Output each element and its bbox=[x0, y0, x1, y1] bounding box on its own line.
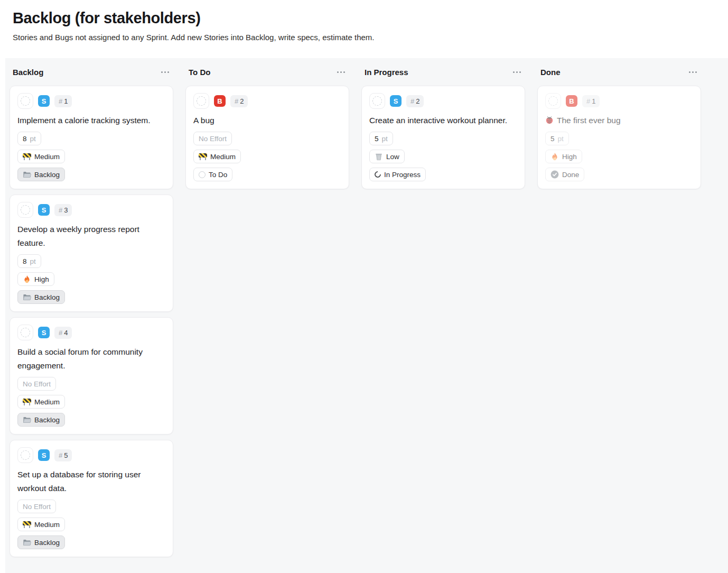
category-chip[interactable]: Backlog bbox=[17, 413, 65, 427]
card-title: Create an interactive workout planner. bbox=[369, 114, 517, 127]
column-menu-button[interactable] bbox=[160, 69, 170, 75]
column-menu-button[interactable] bbox=[512, 69, 522, 75]
status-chip[interactable]: Done bbox=[545, 168, 584, 181]
effort-unit: pt bbox=[30, 257, 36, 265]
dashed-circle-icon bbox=[21, 205, 30, 215]
card-title: Implement a calorie tracking system. bbox=[17, 114, 165, 127]
column-title: In Progress bbox=[365, 68, 408, 77]
card-chips: 8ptHighBacklog bbox=[17, 254, 165, 304]
in-progress-spinner-icon bbox=[374, 170, 382, 179]
card-title-text: Develop a weekly progress report feature… bbox=[17, 223, 165, 250]
effort-chip[interactable]: 8pt bbox=[17, 254, 41, 268]
card-title-text: Set up a database for storing user worko… bbox=[17, 468, 165, 495]
column-menu-button[interactable] bbox=[336, 69, 346, 75]
category-label: Backlog bbox=[34, 171, 60, 179]
kanban-card[interactable]: S#4Build a social forum for community en… bbox=[10, 317, 173, 435]
effort-chip[interactable]: 5pt bbox=[369, 132, 393, 145]
assignee-avatar[interactable] bbox=[17, 325, 33, 340]
kanban-card[interactable]: S#1Implement a calorie tracking system.8… bbox=[10, 86, 173, 189]
kanban-card[interactable]: S#3Develop a weekly progress report feat… bbox=[10, 195, 173, 312]
column-header: Backlog bbox=[10, 58, 173, 86]
folder-icon bbox=[23, 538, 31, 547]
story-badge: S bbox=[38, 95, 50, 107]
card-chips: No EffortMediumBacklog bbox=[17, 500, 165, 549]
board-column-backlog: BacklogS#1Implement a calorie tracking s… bbox=[10, 58, 173, 557]
effort-empty-label: No Effort bbox=[23, 380, 51, 388]
effort-value: 5 bbox=[550, 135, 555, 143]
page-header: Backlog (for stakeholders) Stories and B… bbox=[0, 0, 728, 42]
priority-chip[interactable]: High bbox=[17, 272, 54, 286]
status-chip[interactable]: In Progress bbox=[369, 168, 426, 181]
priority-chip[interactable]: Medium bbox=[17, 517, 65, 531]
card-content: B#2A bugNo EffortMediumTo Do bbox=[193, 93, 341, 181]
hash-sign: # bbox=[59, 206, 62, 214]
card-title-text: Implement a calorie tracking system. bbox=[17, 114, 151, 127]
card-title: A bug bbox=[193, 114, 341, 127]
kanban-card[interactable]: B#1The first ever bug5ptHighDone bbox=[537, 86, 701, 189]
done-check-icon bbox=[550, 170, 559, 179]
kanban-card[interactable]: B#2A bugNo EffortMediumTo Do bbox=[185, 86, 349, 189]
column-header: In Progress bbox=[361, 58, 525, 86]
ellipsis-icon bbox=[689, 71, 697, 73]
category-chip[interactable]: Backlog bbox=[17, 290, 65, 304]
category-label: Backlog bbox=[34, 416, 60, 424]
dashed-circle-icon bbox=[21, 96, 30, 106]
story-badge: S bbox=[38, 449, 50, 461]
assignee-avatar[interactable] bbox=[17, 93, 33, 109]
assignee-avatar[interactable] bbox=[17, 202, 33, 218]
ellipsis-icon bbox=[513, 71, 521, 73]
card-top-row: B#1 bbox=[545, 93, 693, 109]
priority-chip[interactable]: High bbox=[545, 150, 582, 163]
effort-empty-chip[interactable]: No Effort bbox=[17, 500, 56, 513]
bug-badge: B bbox=[566, 95, 577, 107]
assignee-avatar[interactable] bbox=[369, 93, 385, 109]
effort-empty-chip[interactable]: No Effort bbox=[193, 132, 232, 145]
category-chip[interactable]: Backlog bbox=[17, 168, 65, 181]
story-badge: S bbox=[390, 95, 402, 107]
column-menu-button[interactable] bbox=[688, 69, 698, 75]
column-title: Backlog bbox=[13, 68, 43, 77]
card-top-row: S#3 bbox=[17, 202, 165, 218]
kanban-card[interactable]: S#2Create an interactive workout planner… bbox=[361, 86, 525, 189]
construction-icon bbox=[23, 153, 31, 160]
wastebasket-icon bbox=[375, 152, 383, 161]
folder-icon bbox=[23, 415, 31, 424]
priority-label: Medium bbox=[34, 521, 60, 529]
card-content: S#4Build a social forum for community en… bbox=[17, 325, 165, 427]
column-title: Done bbox=[540, 68, 561, 77]
assignee-avatar[interactable] bbox=[17, 447, 33, 463]
card-content: S#3Develop a weekly progress report feat… bbox=[17, 202, 165, 304]
dashed-circle-icon bbox=[21, 328, 30, 337]
ellipsis-icon bbox=[161, 71, 169, 73]
priority-chip[interactable]: Low bbox=[369, 150, 405, 163]
priority-chip[interactable]: Medium bbox=[17, 150, 65, 163]
priority-label: Medium bbox=[210, 153, 236, 161]
effort-chip[interactable]: 5pt bbox=[545, 132, 569, 145]
card-title: Set up a database for storing user worko… bbox=[17, 468, 165, 495]
effort-empty-chip[interactable]: No Effort bbox=[17, 377, 56, 391]
assignee-avatar[interactable] bbox=[545, 93, 561, 109]
effort-empty-label: No Effort bbox=[23, 503, 51, 511]
status-chip[interactable]: To Do bbox=[193, 168, 232, 181]
board-column-done: DoneB#1The first ever bug5ptHighDone bbox=[537, 58, 701, 189]
effort-chip[interactable]: 8pt bbox=[17, 132, 41, 145]
kanban-board: BacklogS#1Implement a calorie tracking s… bbox=[5, 58, 728, 573]
priority-chip[interactable]: Medium bbox=[17, 395, 65, 409]
priority-label: Medium bbox=[34, 153, 60, 161]
kanban-card[interactable]: S#5Set up a database for storing user wo… bbox=[10, 440, 173, 557]
category-chip[interactable]: Backlog bbox=[17, 535, 65, 549]
issue-number-badge: #2 bbox=[230, 95, 248, 107]
priority-label: Low bbox=[386, 153, 399, 161]
ladybug-icon bbox=[545, 116, 554, 124]
effort-value: 8 bbox=[23, 135, 27, 143]
status-label: In Progress bbox=[384, 171, 421, 179]
construction-icon bbox=[23, 398, 31, 405]
issue-number-badge: #5 bbox=[54, 449, 72, 461]
assignee-avatar[interactable] bbox=[193, 93, 209, 109]
hash-sign: # bbox=[410, 97, 414, 105]
effort-value: 8 bbox=[23, 257, 27, 265]
priority-chip[interactable]: Medium bbox=[193, 150, 241, 163]
issue-number-badge: #3 bbox=[54, 204, 72, 216]
hash-sign: # bbox=[586, 97, 590, 105]
issue-number-badge: #1 bbox=[582, 95, 600, 107]
